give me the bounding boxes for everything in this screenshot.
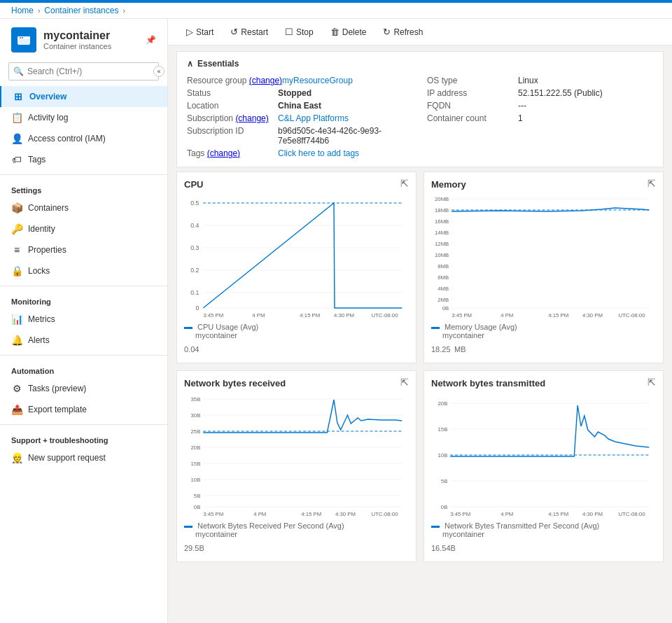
net-received-chart-card: Network bytes received ⇱ 35B 30B 25B 20B… [176, 370, 416, 562]
ess-label-fqdn: FQDN [427, 101, 518, 111]
svg-text:4:15 PM: 4:15 PM [301, 511, 321, 517]
breadcrumb-home[interactable]: Home [11, 6, 34, 15]
ess-label-status: Status [187, 88, 278, 98]
net-received-meta: Network Bytes Received Per Second (Avg) … [184, 522, 409, 538]
nav-label-containers: Containers [28, 203, 69, 213]
ess-label-sub-id: Subscription ID [187, 126, 278, 146]
cpu-chart-meta: CPU Usage (Avg) mycontainer [184, 323, 409, 340]
collapse-icon: ∧ [187, 59, 193, 69]
stop-button[interactable]: ☐ Stop [278, 23, 321, 41]
ess-label-rg: Resource group (change) [187, 76, 282, 85]
essentials-header[interactable]: ∧ Essentials [187, 59, 653, 69]
nav-label-identity: Identity [28, 224, 55, 234]
ess-value-subscription: C&L App Platforms [278, 113, 349, 123]
pin-icon[interactable]: 📌 [146, 35, 156, 45]
net-transmitted-chart-pin-icon[interactable]: ⇱ [648, 377, 656, 388]
refresh-icon: ↻ [383, 27, 391, 37]
svg-text:0.1: 0.1 [190, 289, 199, 296]
svg-text:4 PM: 4 PM [500, 511, 513, 517]
sidebar-item-tags[interactable]: 🏷Tags [0, 149, 167, 170]
ess-row-status: Status Stopped [187, 87, 413, 99]
net-received-chart-pin-icon[interactable]: ⇱ [400, 377, 409, 388]
svg-text:0B: 0B [442, 305, 449, 312]
sidebar: mycontainer Container instances 📌 🔍 « ⊞O… [0, 19, 168, 623]
stop-icon: ☐ [285, 27, 293, 37]
svg-text:15B: 15B [191, 461, 201, 467]
ess-value-ip: 52.151.222.55 (Public) [518, 88, 603, 98]
start-button[interactable]: ▷ Start [179, 23, 220, 41]
nav-label-activity-log: Activity log [28, 113, 68, 122]
svg-text:UTC-08:00: UTC-08:00 [372, 312, 399, 318]
nav-icon-identity: 🔑 [11, 223, 22, 234]
ess-row-location: Location China East [187, 99, 413, 112]
delete-icon: 🗑 [330, 27, 340, 37]
svg-text:4MB: 4MB [438, 286, 449, 292]
charts-row-1: CPU ⇱ 0.5 0.4 0.3 0.2 0.1 0 [176, 172, 664, 363]
svg-text:UTC-08:00: UTC-08:00 [372, 511, 399, 517]
net-received-legend-line [184, 526, 192, 528]
essentials-title: Essentials [197, 59, 239, 69]
nav-icon-tasks: ⚙ [11, 383, 22, 394]
sidebar-item-activity-log[interactable]: 📋Activity log [0, 107, 167, 128]
delete-button[interactable]: 🗑 Delete [323, 23, 374, 41]
restart-icon: ↺ [230, 27, 238, 37]
container-icon [11, 27, 36, 52]
ess-label-os: OS type [427, 76, 518, 85]
sidebar-item-export-template[interactable]: 📤Export template [0, 399, 167, 420]
svg-text:4:15 PM: 4:15 PM [300, 312, 320, 318]
main-content: ▷ Start ↺ Restart ☐ Stop 🗑 Delete ↻ Refr… [168, 19, 672, 623]
search-input[interactable] [8, 62, 159, 80]
restart-button[interactable]: ↺ Restart [223, 23, 275, 41]
nav-divider [0, 174, 167, 175]
nav-icon-new-support: 👷 [11, 452, 22, 463]
ess-label-location: Location [187, 101, 278, 111]
search-icon: 🔍 [13, 66, 24, 76]
nav-icon-access-control: 👤 [11, 133, 22, 144]
sidebar-item-access-control[interactable]: 👤Access control (IAM) [0, 128, 167, 149]
svg-text:15B: 15B [438, 426, 448, 433]
svg-text:3:45 PM: 3:45 PM [451, 312, 472, 318]
nav-label-new-support: New support request [28, 453, 106, 463]
collapse-sidebar-button[interactable]: « [153, 66, 164, 77]
sidebar-item-containers[interactable]: 📦Containers [0, 197, 167, 218]
nav-divider [0, 286, 167, 286]
ess-row-count: Container count 1 [427, 112, 653, 125]
ess-label-tags: Tags (change) [187, 148, 278, 158]
net-received-legend-label: Network Bytes Received Per Second (Avg) [197, 522, 344, 530]
svg-text:4:30 PM: 4:30 PM [334, 312, 354, 318]
nav-icon-containers: 📦 [11, 202, 22, 214]
sidebar-item-locks[interactable]: 🔒Locks [0, 260, 167, 281]
sidebar-item-tasks[interactable]: ⚙Tasks (preview) [0, 378, 167, 399]
sidebar-item-identity[interactable]: 🔑Identity [0, 218, 167, 239]
net-transmitted-legend-sub: mycontainer [442, 530, 484, 538]
sidebar-item-metrics[interactable]: 📊Metrics [0, 309, 167, 330]
refresh-button[interactable]: ↻ Refresh [376, 23, 430, 41]
breadcrumb-container-instances[interactable]: Container instances [44, 6, 118, 15]
resource-title: mycontainer [43, 29, 111, 42]
memory-legend-sub: mycontainer [442, 331, 484, 340]
ess-value-os: Linux [518, 76, 538, 85]
svg-text:16MB: 16MB [435, 218, 449, 225]
memory-unit: MB [454, 345, 466, 354]
nav-label-tags: Tags [28, 155, 46, 164]
sidebar-item-new-support[interactable]: 👷New support request [0, 447, 167, 468]
nav-label-alerts: Alerts [28, 335, 50, 345]
ess-row-subscription: Subscription (change) C&L App Platforms [187, 112, 413, 125]
memory-chart-value: 18.25 MB [431, 340, 656, 356]
nav-label-metrics: Metrics [28, 314, 55, 324]
ess-value-count: 1 [518, 113, 523, 123]
breadcrumb-sep2: › [122, 7, 125, 15]
nav-icon-overview: ⊞ [13, 91, 24, 102]
memory-chart-container: 20MB 18MB 16MB 14MB 12MB 10MB 8MB 6MB 4M… [431, 192, 656, 318]
svg-text:20B: 20B [438, 400, 448, 407]
memory-chart-pin-icon[interactable]: ⇱ [648, 178, 656, 189]
sidebar-item-overview[interactable]: ⊞Overview [0, 86, 167, 107]
sidebar-item-alerts[interactable]: 🔔Alerts [0, 330, 167, 351]
svg-text:35B: 35B [191, 396, 201, 402]
cpu-chart-pin-icon[interactable]: ⇱ [400, 178, 409, 189]
nav-label-tasks: Tasks (preview) [28, 384, 86, 393]
ess-value-location: China East [278, 101, 321, 111]
svg-text:20B: 20B [191, 444, 201, 451]
sidebar-item-properties[interactable]: ≡Properties [0, 239, 167, 260]
svg-text:10B: 10B [191, 477, 201, 483]
